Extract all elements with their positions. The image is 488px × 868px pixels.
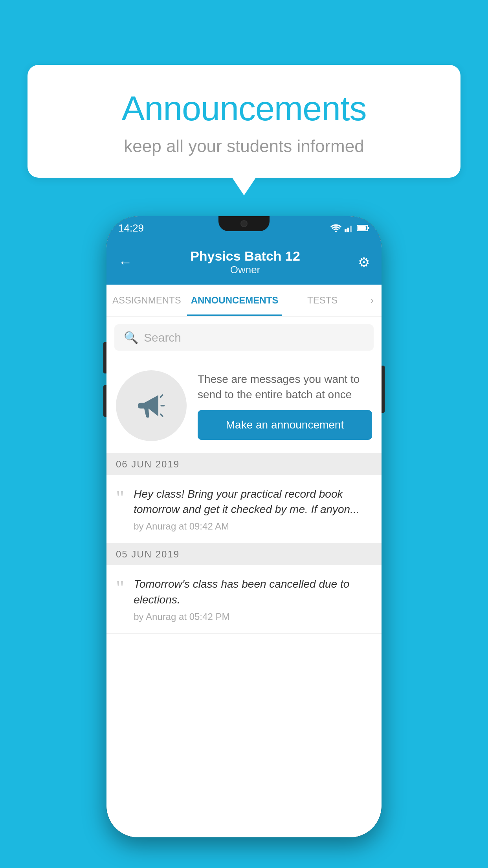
search-placeholder: Search bbox=[144, 331, 181, 344]
header-center: Physics Batch 12 Owner bbox=[132, 248, 358, 276]
search-icon: 🔍 bbox=[124, 331, 138, 344]
back-button[interactable]: ← bbox=[118, 254, 132, 270]
phone-volume-up-button bbox=[103, 342, 106, 373]
svg-line-9 bbox=[160, 414, 162, 416]
svg-rect-2 bbox=[347, 228, 349, 232]
announcement-item-2[interactable]: " Tomorrow's class has been cancelled du… bbox=[106, 565, 382, 633]
cta-description: These are messages you want to send to t… bbox=[198, 371, 372, 402]
svg-rect-3 bbox=[350, 226, 352, 232]
phone-volume-down-button bbox=[103, 385, 106, 417]
bubble-title: Announcements bbox=[59, 88, 429, 129]
status-icons bbox=[330, 224, 370, 232]
bubble-subtitle: keep all your students informed bbox=[59, 136, 429, 156]
phone-mockup: 14:29 bbox=[106, 216, 382, 837]
date-separator-1: 06 JUN 2019 bbox=[106, 453, 382, 475]
announcement-meta-1: by Anurag at 09:42 AM bbox=[134, 521, 372, 532]
svg-point-0 bbox=[335, 231, 337, 232]
announcement-text-2: Tomorrow's class has been cancelled due … bbox=[134, 576, 372, 607]
svg-rect-5 bbox=[368, 227, 369, 229]
quote-icon-1: " bbox=[116, 488, 124, 508]
tab-more-icon[interactable]: › bbox=[363, 285, 382, 316]
speech-bubble-tail bbox=[232, 178, 256, 195]
quote-icon-2: " bbox=[116, 578, 124, 598]
megaphone-icon bbox=[134, 388, 169, 423]
status-bar: 14:29 bbox=[106, 216, 382, 240]
header-title: Physics Batch 12 bbox=[132, 248, 358, 264]
date-separator-2: 05 JUN 2019 bbox=[106, 543, 382, 565]
tab-announcements[interactable]: ANNOUNCEMENTS bbox=[187, 285, 283, 316]
content-area: 🔍 Search These are messages yo bbox=[106, 316, 382, 837]
speech-bubble-card: Announcements keep all your students inf… bbox=[28, 65, 460, 178]
announcement-cta-section: These are messages you want to send to t… bbox=[106, 359, 382, 453]
wifi-icon bbox=[330, 224, 341, 232]
tab-tests[interactable]: TESTS bbox=[282, 285, 363, 316]
announcement-content-2: Tomorrow's class has been cancelled due … bbox=[134, 576, 372, 622]
tab-assignments[interactable]: ASSIGNMENTS bbox=[106, 285, 187, 316]
phone-screen: 14:29 bbox=[106, 216, 382, 837]
phone-power-button bbox=[382, 366, 385, 413]
svg-line-7 bbox=[160, 395, 162, 397]
svg-rect-6 bbox=[358, 226, 366, 230]
announcement-text-1: Hey class! Bring your practical record b… bbox=[134, 486, 372, 517]
megaphone-circle bbox=[116, 370, 187, 441]
tabs-bar: ASSIGNMENTS ANNOUNCEMENTS TESTS › bbox=[106, 285, 382, 316]
app-header: ← Physics Batch 12 Owner ⚙ bbox=[106, 240, 382, 285]
phone-outer: 14:29 bbox=[106, 216, 382, 837]
speech-bubble-section: Announcements keep all your students inf… bbox=[28, 65, 460, 195]
notch bbox=[218, 216, 270, 231]
header-subtitle: Owner bbox=[132, 264, 358, 276]
svg-rect-1 bbox=[345, 229, 347, 232]
status-time: 14:29 bbox=[118, 222, 144, 234]
signal-icon bbox=[345, 224, 354, 232]
battery-icon bbox=[357, 224, 370, 232]
cta-right: These are messages you want to send to t… bbox=[198, 371, 372, 440]
announcement-item-1[interactable]: " Hey class! Bring your practical record… bbox=[106, 475, 382, 543]
announcement-meta-2: by Anurag at 05:42 PM bbox=[134, 611, 372, 622]
notch-camera bbox=[240, 220, 248, 227]
make-announcement-button[interactable]: Make an announcement bbox=[198, 410, 372, 440]
settings-icon[interactable]: ⚙ bbox=[358, 254, 370, 270]
announcement-content-1: Hey class! Bring your practical record b… bbox=[134, 486, 372, 532]
search-bar[interactable]: 🔍 Search bbox=[114, 324, 374, 351]
